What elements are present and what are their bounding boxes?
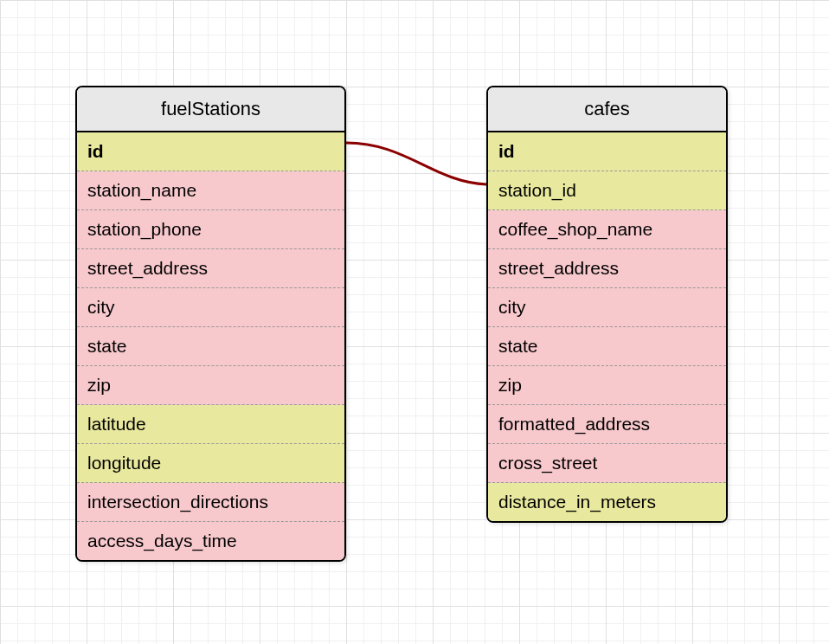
- entity-header-fuelstations[interactable]: fuelStations: [77, 87, 344, 132]
- entity-table-cafes[interactable]: cafes id station_id coffee_shop_name str…: [486, 86, 728, 523]
- field-state[interactable]: state: [77, 327, 344, 366]
- entity-fields-fuelstations: id station_name station_phone street_add…: [77, 132, 344, 560]
- entity-header-cafes[interactable]: cafes: [488, 87, 726, 132]
- field-cross-street[interactable]: cross_street: [488, 444, 726, 483]
- field-station-phone[interactable]: station_phone: [77, 210, 344, 249]
- field-zip[interactable]: zip: [488, 366, 726, 405]
- field-coffee-shop-name[interactable]: coffee_shop_name: [488, 210, 726, 249]
- field-id[interactable]: id: [77, 132, 344, 171]
- field-distance-in-meters[interactable]: distance_in_meters: [488, 483, 726, 521]
- field-zip[interactable]: zip: [77, 366, 344, 405]
- field-longitude[interactable]: longitude: [77, 444, 344, 483]
- field-intersection-directions[interactable]: intersection_directions: [77, 483, 344, 522]
- field-latitude[interactable]: latitude: [77, 405, 344, 444]
- entity-fields-cafes: id station_id coffee_shop_name street_ad…: [488, 132, 726, 521]
- field-street-address[interactable]: street_address: [488, 249, 726, 288]
- field-street-address[interactable]: street_address: [77, 249, 344, 288]
- field-station-name[interactable]: station_name: [77, 171, 344, 210]
- field-state[interactable]: state: [488, 327, 726, 366]
- field-city[interactable]: city: [77, 288, 344, 327]
- field-city[interactable]: city: [488, 288, 726, 327]
- field-access-days-time[interactable]: access_days_time: [77, 522, 344, 560]
- field-station-id[interactable]: station_id: [488, 171, 726, 210]
- entity-table-fuelstations[interactable]: fuelStations id station_name station_pho…: [75, 86, 346, 562]
- field-formatted-address[interactable]: formatted_address: [488, 405, 726, 444]
- field-id[interactable]: id: [488, 132, 726, 171]
